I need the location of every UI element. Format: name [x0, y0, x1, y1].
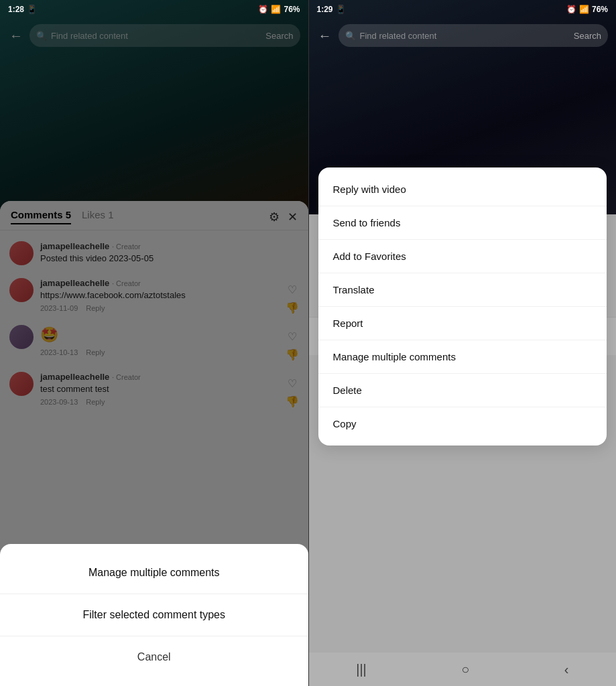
menu-manage-comments[interactable]: Manage multiple comments [318, 340, 607, 374]
wifi-icon-left: 📶 [271, 5, 281, 14]
menu-copy[interactable]: Copy [318, 407, 607, 440]
sheet-divider-2 [0, 636, 308, 636]
phone-icon-right: 📱 [336, 5, 346, 14]
sheet-divider [0, 594, 308, 594]
sheet-item-filter[interactable]: Filter selected comment types [0, 597, 308, 633]
battery-left: 76% [284, 5, 300, 14]
phone-icon-left: 📱 [27, 5, 37, 14]
status-icons-left: ⏰ 📶 76% [258, 5, 300, 14]
status-time-left: 1:28 📱 [8, 5, 37, 14]
wifi-icon-right: 📶 [579, 5, 589, 14]
popup-menu: Reply with video Send to friends Add to … [318, 167, 607, 445]
menu-add-favorites[interactable]: Add to Favorites [318, 240, 607, 273]
bottom-sheet: Manage multiple comments Filter selected… [0, 544, 308, 686]
menu-send-friends[interactable]: Send to friends [318, 206, 607, 240]
time-right: 1:29 [317, 5, 333, 14]
battery-right: 76% [592, 5, 608, 14]
sheet-cancel-button[interactable]: Cancel [0, 639, 308, 675]
alarm-icon-right: ⏰ [566, 5, 576, 14]
menu-report[interactable]: Report [318, 307, 607, 340]
sheet-item-manage[interactable]: Manage multiple comments [0, 555, 308, 591]
menu-translate[interactable]: Translate [318, 273, 607, 307]
status-icons-right: ⏰ 📶 76% [566, 5, 608, 14]
status-bar-right: 1:29 📱 ⏰ 📶 76% [309, 0, 617, 19]
left-phone-panel: 1:28 📱 ⏰ 📶 76% ← 🔍 Find related content … [0, 0, 308, 686]
status-bar-left: 1:28 📱 ⏰ 📶 76% [0, 0, 308, 19]
menu-reply-video[interactable]: Reply with video [318, 173, 607, 206]
status-time-right: 1:29 📱 [317, 5, 346, 14]
right-phone-panel: 1:29 📱 ⏰ 📶 76% ← 🔍 Find related content … [308, 0, 617, 686]
menu-delete[interactable]: Delete [318, 374, 607, 407]
alarm-icon-left: ⏰ [258, 5, 268, 14]
time-left: 1:28 [8, 5, 24, 14]
